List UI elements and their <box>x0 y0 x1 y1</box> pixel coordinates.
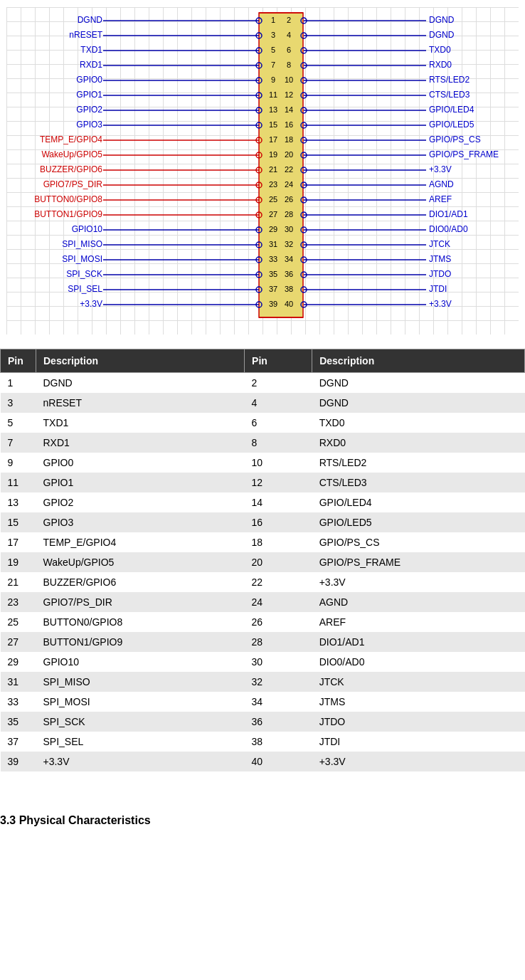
cell-pin2: 34 <box>245 692 312 712</box>
svg-rect-0 <box>259 13 303 317</box>
cell-desc1: nRESET <box>36 393 245 413</box>
svg-text:32: 32 <box>285 240 293 248</box>
table-row: 37SPI_SEL38JTDI <box>1 732 525 752</box>
cell-pin1: 35 <box>1 712 36 732</box>
cell-desc2: AREF <box>312 612 525 632</box>
svg-text:TXD1: TXD1 <box>80 45 102 55</box>
spacer <box>0 786 525 800</box>
table-row: 3nRESET4DGND <box>1 393 525 413</box>
table-row: 39+3.3V40+3.3V <box>1 752 525 771</box>
connector-diagram: .sig-blue { font-size: 12px; fill: #0000… <box>6 7 519 334</box>
svg-text:25: 25 <box>269 195 277 204</box>
svg-text:17: 17 <box>269 135 277 144</box>
svg-text:5: 5 <box>271 46 275 54</box>
cell-desc2: GPIO/LED4 <box>312 492 525 512</box>
svg-text:DIO0/AD0: DIO0/AD0 <box>429 224 468 234</box>
section-heading: 3.3 Physical Characteristics <box>0 800 525 831</box>
svg-text:18: 18 <box>285 135 293 144</box>
cell-desc1: SPI_SCK <box>36 712 245 732</box>
svg-text:2: 2 <box>287 16 291 24</box>
pin-table-body: 1DGND2DGND3nRESET4DGND5TXD16TXD07RXD18RX… <box>1 373 525 772</box>
svg-text:SPI_SCK: SPI_SCK <box>66 269 102 279</box>
svg-text:1: 1 <box>271 16 275 24</box>
svg-text:nRESET: nRESET <box>69 30 102 40</box>
svg-text:7: 7 <box>271 60 275 69</box>
svg-text:24: 24 <box>285 180 293 189</box>
cell-pin1: 15 <box>1 512 36 532</box>
svg-text:RXD1: RXD1 <box>80 60 102 70</box>
svg-text:JTCK: JTCK <box>429 239 450 249</box>
cell-pin2: 26 <box>245 612 312 632</box>
svg-text:4: 4 <box>287 31 291 39</box>
connector-svg: .sig-blue { font-size: 12px; fill: #0000… <box>6 7 519 334</box>
pin-table-container: Pin Description Pin Description 1DGND2DG… <box>0 349 525 786</box>
cell-pin1: 5 <box>1 413 36 433</box>
svg-text:33: 33 <box>269 255 277 263</box>
svg-text:DGND: DGND <box>78 15 103 25</box>
svg-text:GPIO/LED4: GPIO/LED4 <box>429 105 474 115</box>
svg-text:WakeUp/GPIO5: WakeUp/GPIO5 <box>41 149 102 159</box>
table-row: 33SPI_MOSI34JTMS <box>1 692 525 712</box>
svg-text:BUTTON0/GPIO8: BUTTON0/GPIO8 <box>34 194 102 204</box>
cell-pin1: 19 <box>1 552 36 572</box>
svg-text:AREF: AREF <box>429 194 452 204</box>
cell-pin2: 36 <box>245 712 312 732</box>
svg-text:GPIO3: GPIO3 <box>76 120 102 130</box>
svg-text:34: 34 <box>285 255 293 263</box>
cell-pin1: 27 <box>1 632 36 652</box>
table-row: 31SPI_MISO32JTCK <box>1 672 525 692</box>
table-row: 11GPIO112CTS/LED3 <box>1 473 525 492</box>
svg-text:30: 30 <box>285 225 293 233</box>
cell-pin2: 6 <box>245 413 312 433</box>
svg-text:CTS/LED3: CTS/LED3 <box>429 90 470 100</box>
svg-text:GPIO1: GPIO1 <box>76 90 102 100</box>
svg-text:GPIO/PS_FRAME: GPIO/PS_FRAME <box>429 149 499 159</box>
cell-desc2: JTMS <box>312 692 525 712</box>
cell-pin2: 20 <box>245 552 312 572</box>
cell-desc1: +3.3V <box>36 752 245 771</box>
svg-text:16: 16 <box>285 120 293 129</box>
svg-text:13: 13 <box>269 105 277 114</box>
table-row: 21BUZZER/GPIO622+3.3V <box>1 572 525 592</box>
cell-desc2: GPIO/LED5 <box>312 512 525 532</box>
cell-pin2: 30 <box>245 652 312 672</box>
cell-pin1: 17 <box>1 532 36 552</box>
svg-text:BUZZER/GPIO6: BUZZER/GPIO6 <box>40 164 102 174</box>
svg-text:DIO1/AD1: DIO1/AD1 <box>429 209 468 219</box>
svg-text:28: 28 <box>285 210 293 218</box>
cell-desc2: RTS/LED2 <box>312 453 525 473</box>
table-row: 23GPIO7/PS_DIR24AGND <box>1 592 525 612</box>
header-desc1: Description <box>36 349 245 373</box>
cell-desc1: WakeUp/GPIO5 <box>36 552 245 572</box>
pin-table: Pin Description Pin Description 1DGND2DG… <box>0 349 525 771</box>
svg-text:37: 37 <box>269 285 277 293</box>
svg-text:14: 14 <box>285 105 293 114</box>
table-row: 17TEMP_E/GPIO418GPIO/PS_CS <box>1 532 525 552</box>
cell-desc1: SPI_MOSI <box>36 692 245 712</box>
svg-text:23: 23 <box>269 180 277 189</box>
cell-pin1: 39 <box>1 752 36 771</box>
table-row: 25BUTTON0/GPIO826AREF <box>1 612 525 632</box>
header-desc2: Description <box>312 349 525 373</box>
table-row: 5TXD16TXD0 <box>1 413 525 433</box>
cell-pin2: 22 <box>245 572 312 592</box>
cell-pin1: 25 <box>1 612 36 632</box>
svg-text:39: 39 <box>269 300 277 308</box>
cell-pin1: 31 <box>1 672 36 692</box>
cell-pin2: 4 <box>245 393 312 413</box>
cell-desc1: GPIO3 <box>36 512 245 532</box>
svg-text:DGND: DGND <box>429 15 455 25</box>
header-pin2: Pin <box>245 349 312 373</box>
svg-text:JTDI: JTDI <box>429 284 447 294</box>
svg-text:+3.3V: +3.3V <box>429 299 452 309</box>
cell-pin2: 16 <box>245 512 312 532</box>
svg-text:36: 36 <box>285 270 293 278</box>
cell-pin2: 12 <box>245 473 312 492</box>
cell-pin2: 32 <box>245 672 312 692</box>
cell-desc2: DGND <box>312 373 525 394</box>
svg-text:9: 9 <box>271 75 275 84</box>
cell-pin1: 13 <box>1 492 36 512</box>
svg-text:10: 10 <box>285 75 293 84</box>
svg-text:JTDO: JTDO <box>429 269 451 279</box>
cell-desc1: SPI_MISO <box>36 672 245 692</box>
